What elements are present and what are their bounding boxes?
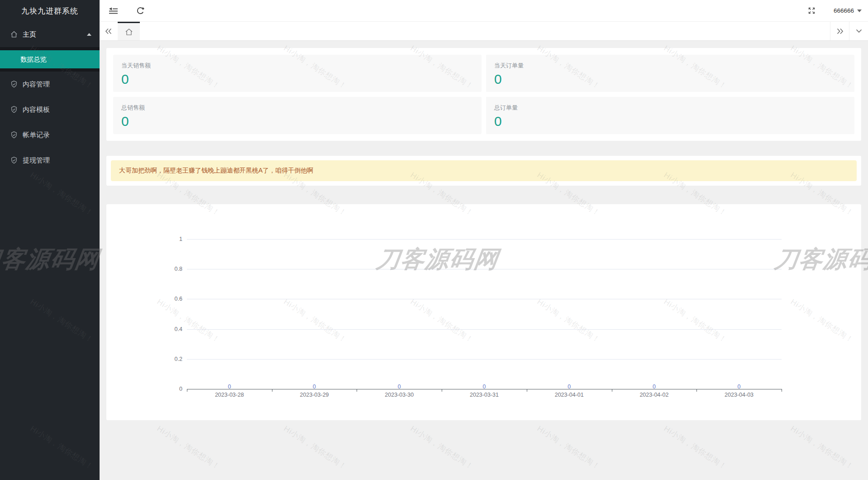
- stat-card: 总销售额0: [113, 97, 482, 134]
- sidebar-subitem-data-overview[interactable]: 数据总览: [0, 50, 100, 68]
- stats-panel: 当天销售额0当天订单量0总销售额0总订单量0: [106, 48, 861, 141]
- stat-card-label: 总订单量: [494, 104, 846, 112]
- shield-check-icon: [10, 156, 18, 164]
- sidebar-item-home[interactable]: 主页: [0, 22, 100, 47]
- data-point-marker: 0: [480, 384, 489, 390]
- sidebar-item-content-manage[interactable]: 内容管理: [0, 72, 100, 97]
- data-point-marker: 0: [395, 384, 404, 390]
- alert-panel: 大哥加把劲啊，隔壁老王赚了钱晚上蹦迪都开黑桃A了，咱得干倒他啊: [106, 156, 861, 186]
- stat-card-label: 总销售额: [121, 104, 473, 112]
- collapse-sidebar-icon[interactable]: [100, 0, 127, 22]
- stat-card-value: 0: [494, 115, 846, 128]
- x-axis-tick-label: 2023-04-02: [629, 392, 679, 398]
- home-tab-icon: [125, 28, 133, 36]
- submenu-home: 数据总览: [0, 47, 100, 72]
- data-point-marker: 0: [649, 384, 658, 390]
- x-axis-tick: [782, 389, 782, 392]
- tab-bar: [100, 22, 868, 41]
- sidebar-item-label: 内容管理: [23, 80, 50, 89]
- main-content: 当天销售额0当天订单量0总销售额0总订单量0 大哥加把劲啊，隔壁老王赚了钱晚上蹦…: [100, 41, 868, 480]
- stat-card: 当天订单量0: [486, 55, 854, 92]
- tab-home[interactable]: [118, 22, 140, 40]
- y-axis-tick-label: 0.4: [155, 326, 182, 332]
- data-point-marker: 0: [225, 384, 234, 390]
- orders-line-chart[interactable]: 00.20.40.60.812023-03-2802023-03-2902023…: [106, 204, 861, 420]
- y-axis-tick-label: 0: [155, 386, 182, 392]
- sidebar-item-bill-records[interactable]: 帐单记录: [0, 122, 100, 148]
- sidebar-item-label: 提现管理: [23, 156, 50, 165]
- y-axis-tick-label: 0.2: [155, 356, 182, 362]
- sidebar-item-label: 主页: [23, 30, 36, 39]
- stat-card: 当天销售额0: [113, 55, 482, 92]
- header-right: 666666: [798, 0, 868, 22]
- app-root: 九块九进群系统 主页数据总览内容管理内容模板帐单记录提现管理: [0, 0, 868, 480]
- sidebar: 九块九进群系统 主页数据总览内容管理内容模板帐单记录提现管理: [0, 0, 100, 480]
- x-axis-tick: [272, 389, 272, 392]
- shield-check-icon: [10, 106, 18, 114]
- app-title: 九块九进群系统: [0, 0, 100, 22]
- shield-check-icon: [10, 131, 18, 139]
- x-axis-tick-label: 2023-03-31: [459, 392, 509, 398]
- x-axis-tick-label: 2023-04-03: [714, 392, 764, 398]
- notice-alert-text: 大哥加把劲啊，隔壁老王赚了钱晚上蹦迪都开黑桃A了，咱得干倒他啊: [119, 167, 313, 175]
- data-point-marker: 0: [734, 384, 744, 390]
- sidebar-item-label: 内容模板: [23, 106, 50, 114]
- x-axis-tick: [187, 389, 187, 392]
- fullscreen-icon[interactable]: [798, 0, 825, 22]
- stat-card-label: 当天销售额: [121, 62, 473, 70]
- scroll-left-icon[interactable]: [100, 22, 118, 40]
- y-axis-tick-label: 0.8: [155, 266, 182, 272]
- stat-card-value: 0: [494, 72, 846, 86]
- tab-bar-right: [830, 22, 868, 40]
- stat-card-label: 当天订单量: [494, 62, 846, 70]
- sidebar-menu: 主页数据总览内容管理内容模板帐单记录提现管理: [0, 22, 100, 173]
- username: 666666: [834, 7, 854, 14]
- x-axis-tick-label: 2023-03-30: [374, 392, 424, 398]
- sidebar-item-withdraw-manage[interactable]: 提现管理: [0, 148, 100, 173]
- stat-card: 总订单量0: [486, 97, 854, 134]
- user-dropdown-caret: [857, 10, 862, 12]
- y-axis-tick-label: 1: [155, 236, 182, 242]
- chart-gridline: [187, 239, 782, 240]
- header: 666666: [100, 0, 868, 22]
- x-axis-tick: [357, 389, 357, 392]
- sidebar-item-label: 帐单记录: [23, 131, 50, 139]
- chart-gridline: [187, 299, 782, 299]
- x-axis-tick: [527, 389, 527, 392]
- refresh-icon[interactable]: [127, 0, 154, 22]
- x-axis-tick: [612, 389, 612, 392]
- x-axis-tick: [442, 389, 442, 392]
- user-dropdown[interactable]: 666666: [825, 0, 868, 22]
- y-axis-tick-label: 0.6: [155, 296, 182, 302]
- chart-gridline: [187, 269, 782, 269]
- stat-card-value: 0: [121, 72, 473, 86]
- chevron-up-icon: [87, 33, 91, 36]
- x-axis-tick-label: 2023-04-01: [544, 392, 594, 398]
- notice-alert: 大哥加把劲啊，隔壁老王赚了钱晚上蹦迪都开黑桃A了，咱得干倒他啊: [111, 160, 857, 181]
- x-axis-tick-label: 2023-03-28: [205, 392, 254, 398]
- stat-card-value: 0: [121, 115, 473, 128]
- scroll-right-icon[interactable]: [830, 22, 849, 40]
- x-axis-tick-label: 2023-03-29: [290, 392, 339, 398]
- x-axis-tick: [696, 389, 697, 392]
- sidebar-item-content-template[interactable]: 内容模板: [0, 97, 100, 122]
- chart-gridline: [187, 359, 782, 360]
- data-point-marker: 0: [310, 384, 319, 390]
- chart-gridline: [187, 329, 782, 330]
- tab-actions-caret-icon[interactable]: [849, 22, 868, 40]
- data-point-marker: 0: [565, 384, 574, 390]
- shield-check-icon: [10, 80, 18, 88]
- home-icon: [10, 30, 18, 38]
